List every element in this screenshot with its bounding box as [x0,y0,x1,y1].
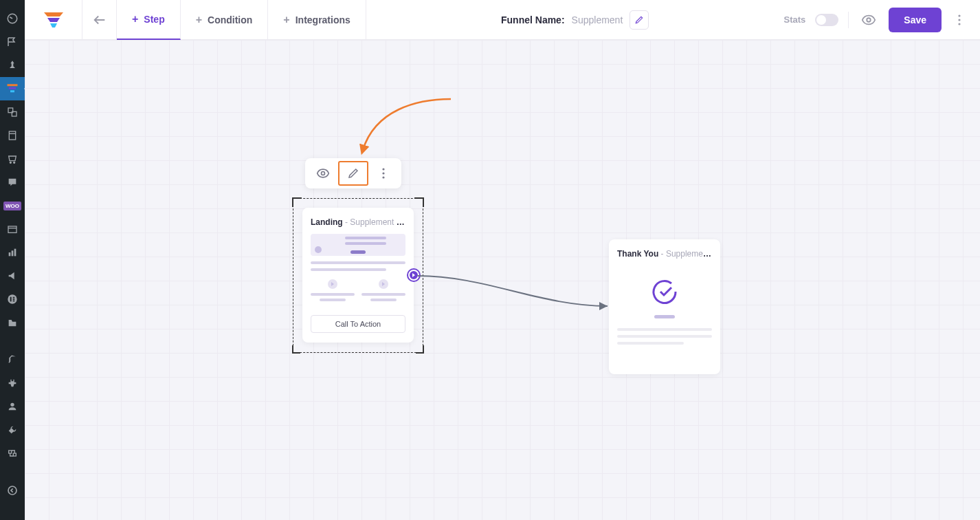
svg-point-27 [958,19,960,21]
preview-line [617,342,684,345]
sidebar-users-icon[interactable] [0,395,25,418]
svg-rect-20 [13,453,16,456]
save-button[interactable]: Save [889,8,942,32]
svg-point-32 [382,176,384,178]
sidebar-comments-icon[interactable] [0,171,25,194]
plus-icon: + [132,13,138,25]
funnel-name-label: Funnel Name: [501,14,565,25]
preview-button[interactable] [858,10,879,30]
topbar: +Step +Condition +Integrations Funnel Na… [25,0,980,40]
svg-rect-16 [13,299,15,300]
node-output-handle[interactable] [408,270,419,281]
preview-divider [654,315,675,318]
stats-toggle[interactable] [815,14,838,26]
sidebar-analytics-icon[interactable] [0,241,25,264]
svg-point-13 [8,294,16,303]
svg-point-21 [8,486,16,495]
svg-point-31 [382,172,384,174]
svg-point-28 [958,23,960,25]
check-icon [651,278,678,305]
sidebar-woo-icon[interactable]: WOO [0,194,25,217]
tab-label: Condition [208,14,252,25]
sidebar-pin-icon[interactable] [0,54,25,77]
plus-icon: + [196,14,202,26]
tab-integrations[interactable]: +Integrations [268,0,366,40]
stats-label: Stats [784,14,806,25]
svg-rect-1 [8,84,18,86]
funnel-name-area: Funnel Name: Supplement [366,10,784,30]
preview-line [617,328,712,331]
funnel-canvas[interactable]: Landing - Supplement La... Call To Actio… [25,40,980,520]
sidebar-dashboard-icon[interactable] [0,7,25,30]
svg-point-8 [14,162,15,163]
svg-point-29 [322,172,325,175]
svg-rect-19 [9,451,12,453]
cta-label: Call To Action [311,315,405,333]
preview-line [311,261,405,264]
sidebar-cart-icon[interactable] [0,147,25,171]
sidebar-marketing-icon[interactable] [0,264,25,288]
plus-icon: + [283,14,289,26]
svg-point-7 [10,162,11,163]
svg-rect-9 [8,226,16,232]
sidebar-plugins-icon[interactable] [0,371,25,395]
back-button[interactable] [82,0,117,40]
sidebar-templates-icon[interactable] [0,311,25,334]
divider [848,12,849,28]
preview-line [617,335,712,338]
svg-rect-2 [9,87,16,89]
svg-point-30 [382,168,384,170]
svg-point-25 [867,18,871,22]
sidebar-settings-icon[interactable] [0,442,25,465]
svg-marker-23 [47,18,60,22]
tab-condition[interactable]: +Condition [181,0,269,40]
more-menu-button[interactable] [951,10,968,30]
tab-label: Step [144,14,164,25]
sidebar-media-icon[interactable] [0,100,25,124]
thankyou-node[interactable]: Thank You - Supplement T... [609,239,720,374]
svg-rect-17 [13,301,15,302]
sidebar-flag-icon[interactable] [0,30,25,54]
svg-rect-12 [14,249,16,257]
node-view-button[interactable] [308,161,338,186]
svg-rect-15 [13,297,15,299]
sidebar-archive-icon[interactable] [0,217,25,241]
svg-point-18 [10,403,14,407]
svg-marker-22 [44,12,63,17]
sidebar-pages-icon[interactable] [0,124,25,147]
node-title: Thank You - Supplement T... [617,249,712,259]
node-more-button[interactable] [368,161,399,186]
sidebar-funnel-icon[interactable] [0,77,25,100]
node-toolbar [305,158,401,188]
annotation-arrow [355,96,465,158]
svg-marker-24 [50,23,57,28]
svg-point-26 [958,14,960,17]
tab-label: Integrations [296,14,350,25]
node-title: Landing - Supplement La... [311,217,405,227]
funnel-name-value: Supplement [572,14,623,25]
landing-node[interactable]: Landing - Supplement La... Call To Actio… [302,208,414,343]
landing-node-wrapper: Landing - Supplement La... Call To Actio… [293,198,423,353]
tab-step[interactable]: +Step [117,0,181,40]
sidebar-collapse-icon[interactable] [0,479,25,502]
svg-rect-14 [10,297,12,302]
sidebar-elementor-icon[interactable] [0,288,25,311]
svg-rect-3 [10,90,14,92]
sidebar-tools-icon[interactable] [0,418,25,442]
wp-admin-sidebar: WOO [0,0,25,520]
edit-funnel-name-button[interactable] [630,10,649,30]
preview-hero [311,234,405,256]
node-connector [416,270,616,312]
node-edit-button[interactable] [338,161,368,186]
sidebar-appearance-icon[interactable] [0,348,25,371]
topbar-right: Stats Save [784,8,981,32]
app-logo [25,0,82,40]
preview-cols [311,279,405,304]
svg-rect-10 [9,252,11,256]
svg-rect-11 [12,250,14,256]
svg-rect-6 [9,131,15,140]
preview-line [311,268,386,271]
